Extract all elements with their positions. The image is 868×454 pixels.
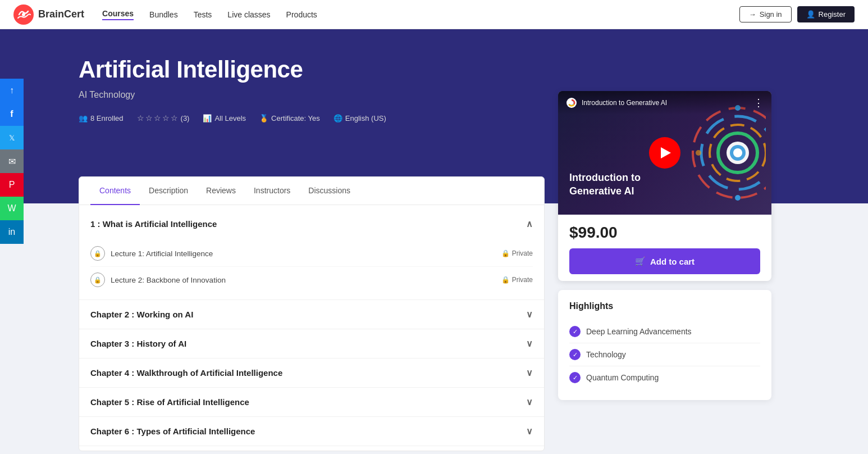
social-twitter-button[interactable]: 𝕏	[0, 126, 24, 149]
nav-courses[interactable]: Courses	[102, 9, 134, 20]
star-3: ☆	[154, 114, 161, 122]
chapter-2-header[interactable]: Chapter 2 : Working on AI ∨	[79, 300, 544, 329]
chapter-5: Chapter 5 : Rise of Artificial Intellige…	[79, 388, 544, 417]
stars: ☆ ☆ ☆ ☆ ☆	[137, 114, 178, 122]
level: 📊 All Levels	[203, 114, 246, 122]
lock-icon-2: 🔒	[501, 249, 510, 257]
navbar: BrainCert Courses Bundles Tests Live cla…	[0, 0, 868, 29]
nav-bundles[interactable]: Bundles	[149, 10, 178, 19]
video-top-bar: Introduction to Generative AI ⋮	[558, 91, 771, 115]
chapter-5-title: Chapter 5 : Rise of Artificial Intellige…	[90, 397, 249, 407]
chapter-4: Chapter 4 : Walkthrough of Artificial In…	[79, 358, 544, 388]
register-button[interactable]: 👤 Register	[797, 6, 855, 22]
language: 🌐 English (US)	[334, 114, 386, 122]
social-sidebar: ↑ f 𝕏 ✉ P W in	[0, 79, 24, 244]
nav-tests[interactable]: Tests	[194, 10, 212, 19]
lecture-2-left: 🔒 Lecture 2: Backbone of Innovation	[90, 273, 226, 287]
tab-discussions[interactable]: Discussions	[299, 177, 359, 205]
chapter-2: Chapter 2 : Working on AI ∨	[79, 300, 544, 329]
chevron-down-icon-4: ∨	[526, 367, 533, 378]
video-card: Introduction to Generative AI ⋮	[558, 91, 771, 281]
svg-point-11	[735, 195, 741, 201]
chevron-up-icon: ∧	[526, 219, 533, 229]
chapter-3: Chapter 3 : History of AI ∨	[79, 329, 544, 358]
sidebar-card: Introduction to Generative AI ⋮	[558, 91, 771, 400]
chapter-4-header[interactable]: Chapter 4 : Walkthrough of Artificial In…	[79, 358, 544, 387]
svg-point-1	[22, 13, 25, 16]
nav-links: Courses Bundles Tests Live classes Produ…	[102, 9, 739, 20]
highlights-title: Highlights	[569, 301, 760, 311]
svg-point-12	[696, 150, 701, 156]
tabs: Contents Description Reviews Instructors…	[79, 177, 544, 205]
chapter-1-lectures: 🔒 Lecture 1: Artificial Intelligence 🔒 P…	[79, 238, 544, 299]
chapter-6-header[interactable]: Chapter 6 : Types of Artificial Intellig…	[79, 417, 544, 446]
highlight-2: ✓ Technology	[569, 343, 760, 366]
social-share-button[interactable]: ↑	[0, 79, 24, 102]
chapter-1-header[interactable]: 1 : What is Artificial Intelligence ∧	[79, 210, 544, 238]
svg-point-9	[733, 148, 742, 157]
highlights-card: Highlights ✓ Deep Learning Advancements …	[558, 290, 771, 400]
chevron-down-icon-2: ∨	[526, 309, 533, 320]
chevron-down-icon-5: ∨	[526, 397, 533, 407]
play-triangle-icon	[661, 147, 671, 158]
chapter-5-header[interactable]: Chapter 5 : Rise of Artificial Intellige…	[79, 388, 544, 416]
enrolled-icon: 👥	[79, 114, 88, 122]
price-area: $99.00 🛒 Add to cart	[558, 215, 771, 281]
star-1: ☆	[137, 114, 144, 122]
highlight-3-text: Quantum Computing	[586, 373, 659, 382]
course-title: Artificial Intelligence	[79, 56, 834, 83]
chapter-6: Chapter 6 : Types of Artificial Intellig…	[79, 417, 544, 446]
chevron-down-icon-6: ∨	[526, 426, 533, 437]
lock-icon: 🔒	[90, 246, 105, 261]
user-icon: 👤	[806, 10, 815, 19]
highlight-2-text: Technology	[586, 350, 626, 359]
highlight-3: ✓ Quantum Computing	[569, 366, 760, 389]
signin-button[interactable]: → Sign in	[739, 6, 792, 22]
chapter-3-header[interactable]: Chapter 3 : History of AI ∨	[79, 329, 544, 358]
certificate: 🏅 Certificate: Yes	[259, 114, 320, 122]
social-pinterest-button[interactable]: P	[0, 173, 24, 197]
social-linkedin-button[interactable]: in	[0, 220, 24, 244]
highlight-1-text: Deep Learning Advancements	[586, 327, 692, 336]
main-layout: Contents Description Reviews Instructors…	[0, 203, 868, 451]
lecture-2-access: 🔒 Private	[501, 276, 533, 284]
lecture-2: 🔒 Lecture 2: Backbone of Innovation 🔒 Pr…	[90, 267, 533, 293]
lecture-2-title: Lecture 2: Backbone of Innovation	[111, 276, 226, 284]
chapter-1-title: 1 : What is Artificial Intelligence	[90, 219, 217, 229]
star-4: ☆	[162, 114, 170, 122]
content-panel: Contents Description Reviews Instructors…	[79, 176, 545, 451]
check-icon-3: ✓	[569, 372, 581, 383]
chapter-4-title: Chapter 4 : Walkthrough of Artificial In…	[90, 368, 282, 378]
signin-icon: →	[749, 10, 756, 19]
tab-reviews[interactable]: Reviews	[197, 177, 245, 205]
social-facebook-button[interactable]: f	[0, 102, 24, 126]
certificate-icon: 🏅	[259, 114, 268, 122]
tab-contents[interactable]: Contents	[90, 177, 140, 205]
video-menu-icon[interactable]: ⋮	[753, 97, 764, 109]
chapter-1: 1 : What is Artificial Intelligence ∧ 🔒 …	[79, 210, 544, 300]
video-top-title: Introduction to Generative AI	[582, 99, 667, 107]
lecture-1: 🔒 Lecture 1: Artificial Intelligence 🔒 P…	[90, 240, 533, 267]
nav-liveclasses[interactable]: Live classes	[227, 10, 270, 19]
google-logo-icon	[566, 97, 577, 108]
add-to-cart-button[interactable]: 🛒 Add to cart	[569, 248, 760, 274]
nav-products[interactable]: Products	[286, 10, 317, 19]
video-thumbnail[interactable]: Introduction to Generative AI ⋮	[558, 91, 771, 215]
social-email-button[interactable]: ✉	[0, 149, 24, 173]
highlight-1: ✓ Deep Learning Advancements	[569, 320, 760, 343]
video-play-button[interactable]	[649, 137, 680, 169]
chapter-list: 1 : What is Artificial Intelligence ∧ 🔒 …	[79, 205, 544, 451]
enrolled-count: 👥 8 Enrolled	[79, 114, 124, 122]
check-icon-1: ✓	[569, 326, 581, 337]
brand-logo[interactable]: BrainCert	[13, 4, 84, 25]
check-icon-2: ✓	[569, 349, 581, 360]
social-whatsapp-button[interactable]: W	[0, 197, 24, 220]
tab-instructors[interactable]: Instructors	[245, 177, 299, 205]
brand-name: BrainCert	[38, 8, 84, 20]
tab-description[interactable]: Description	[140, 177, 197, 205]
star-2: ☆	[145, 114, 153, 122]
chapter-3-title: Chapter 3 : History of AI	[90, 339, 186, 348]
star-5: ☆	[171, 114, 178, 122]
level-icon: 📊	[203, 114, 212, 122]
rating: ☆ ☆ ☆ ☆ ☆ (3)	[137, 114, 190, 122]
